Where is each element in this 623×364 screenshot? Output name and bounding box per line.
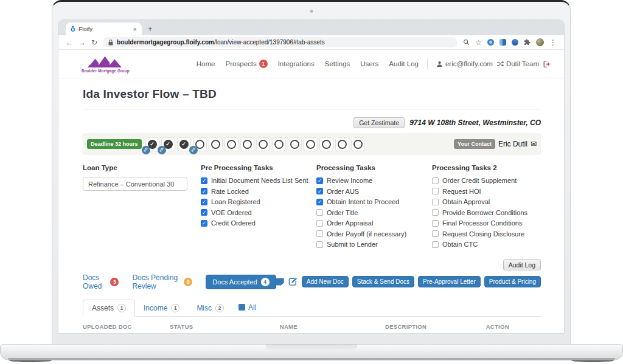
milestone-step-5[interactable] (209, 137, 223, 151)
reload-icon[interactable]: ↻ (91, 39, 97, 46)
company-logo[interactable]: Boulder Mortgage Group (82, 55, 130, 73)
link-icon[interactable] (189, 146, 198, 154)
new-tab-button[interactable]: + (148, 24, 153, 35)
checkbox-checked-icon[interactable]: ✓ (316, 177, 323, 184)
checkbox-unchecked-icon[interactable] (432, 188, 439, 194)
extension-icon-2[interactable] (499, 39, 506, 46)
logout-icon[interactable] (543, 60, 551, 68)
extensions-puzzle-icon[interactable] (524, 39, 531, 46)
tab-docs-accepted[interactable]: Docs Accepted4 (206, 275, 276, 289)
nav-integrations[interactable]: Integrations (278, 60, 315, 67)
team-switcher[interactable]: Dutil Team (496, 60, 539, 67)
all-filter[interactable]: All (238, 303, 256, 316)
browser-tab[interactable]: ō Floify × (66, 22, 142, 35)
tab-docs-pending-review[interactable]: Docs Pending Review0 (132, 273, 192, 290)
checkbox-checked-icon[interactable]: ✓ (316, 199, 323, 205)
milestone-step-6[interactable] (224, 137, 238, 151)
task-submit-to-lender[interactable]: Submit to Lender (316, 241, 432, 248)
checkbox-unchecked-icon[interactable] (316, 241, 323, 248)
add-new-doc-button[interactable]: Add New Doc (302, 276, 349, 287)
note-icon[interactable] (276, 278, 284, 286)
checkbox-unchecked-icon[interactable] (316, 209, 323, 216)
forward-icon[interactable]: → (78, 39, 86, 46)
task-order-appraisal[interactable]: Order Appraisal (316, 219, 432, 227)
pre-approval-letter-button[interactable]: Pre-Approval Letter (418, 276, 481, 287)
checkbox-unchecked-icon[interactable] (432, 209, 439, 216)
logo-text: Boulder Mortgage Group (82, 69, 130, 73)
browser-menu-icon[interactable]: ⋮ (549, 39, 557, 46)
checkbox-unchecked-icon[interactable] (432, 199, 439, 205)
nav-settings[interactable]: Settings (325, 60, 350, 67)
tab-docs-owed[interactable]: Docs Owed3 (83, 273, 119, 290)
address-bar[interactable]: bouldermortgagegroup.floify.com/loan/vie… (103, 37, 458, 47)
task-order-title[interactable]: Order Title (316, 209, 432, 216)
checkbox-unchecked-icon[interactable] (432, 230, 439, 237)
extension-icon-3[interactable] (512, 39, 518, 46)
task-obtain-intent-to-proceed[interactable]: ✓Obtain Intent to Proceed (316, 198, 432, 205)
milestone-step-13[interactable] (335, 137, 349, 151)
milestone-step-2[interactable]: ✓ (161, 137, 175, 151)
tab-close-icon[interactable]: × (133, 26, 137, 33)
checkbox-checked-icon[interactable]: ✓ (316, 188, 323, 194)
browser-profile-avatar[interactable] (536, 38, 544, 46)
product-pricing-button[interactable]: Product & Pricing (484, 276, 541, 287)
task-loan-registered[interactable]: ✓Loan Registered (201, 198, 316, 205)
extension-icon-1[interactable] (487, 39, 494, 46)
browser-toolbar: ← → ↻ bouldermortgagegroup.floify.com/lo… (58, 35, 564, 50)
task-request-hoi[interactable]: Request HOI (432, 188, 527, 195)
docs-tabs: Docs Owed3Docs Pending Review0Docs Accep… (83, 273, 276, 290)
task-request-closing-disclosure[interactable]: Request Closing Disclosure (432, 230, 527, 238)
back-icon[interactable]: ← (66, 39, 73, 46)
checkbox-unchecked-icon[interactable] (432, 220, 439, 227)
loan-page: Ida Investor Flow – TBD Get Zestimate 97… (58, 88, 564, 332)
stack-send-docs-button[interactable]: Stack & Send Docs (352, 276, 414, 287)
nav-audit-log[interactable]: Audit Log (389, 60, 419, 67)
nav-users[interactable]: Users (360, 60, 378, 67)
nav-prospects[interactable]: Prospects1 (226, 60, 268, 68)
milestone-step-7[interactable] (240, 137, 254, 151)
checkbox-checked-icon[interactable]: ✓ (201, 188, 207, 194)
tab-assets[interactable]: Assets1 (83, 300, 135, 317)
task-rate-locked[interactable]: ✓Rate Locked (201, 188, 316, 195)
task-credit-ordered[interactable]: ✓Credit Ordered (201, 219, 316, 227)
checkbox-unchecked-icon[interactable] (316, 230, 323, 237)
tab-misc[interactable]: Misc2 (188, 300, 232, 316)
checkbox-unchecked-icon[interactable] (432, 241, 439, 248)
nav-home[interactable]: Home (197, 60, 215, 67)
milestone-step-4[interactable] (193, 137, 207, 151)
task-provide-borrower-conditions[interactable]: Provide Borrower Conditions (432, 209, 527, 216)
edit-icon[interactable] (288, 277, 298, 286)
checkbox-unchecked-icon[interactable] (432, 177, 439, 184)
task-order-payoff-if-necessary[interactable]: Order Payoff (if necessary) (316, 230, 432, 238)
task-order-credit-supplement[interactable]: Order Credit Supplement (432, 177, 527, 184)
milestone-step-14[interactable] (351, 137, 365, 151)
bookmark-star-icon[interactable]: ☆ (475, 39, 482, 46)
envelope-icon[interactable]: ✉ (531, 140, 537, 148)
checkbox-checked-icon[interactable]: ✓ (201, 177, 207, 184)
checkbox-checked-icon[interactable]: ✓ (201, 220, 207, 227)
milestone-step-10[interactable] (288, 137, 302, 151)
user-account[interactable]: eric@floify.com (436, 60, 493, 67)
milestone-step-11[interactable] (304, 137, 318, 151)
task-voe-ordered[interactable]: ✓VOE Ordered (201, 209, 316, 216)
milestone-step-12[interactable] (319, 137, 333, 151)
task-initial-document-needs-list-sent[interactable]: ✓Initial Document Needs List Sent (201, 177, 316, 184)
task-obtain-ctc[interactable]: Obtain CTC (432, 241, 527, 248)
tab-income[interactable]: Income1 (135, 300, 188, 316)
get-zestimate-button[interactable]: Get Zestimate (353, 117, 405, 128)
link-icon[interactable] (158, 146, 166, 154)
milestone-step-8[interactable] (256, 137, 270, 151)
zoom-icon[interactable] (463, 39, 470, 46)
milestone-step-9[interactable] (272, 137, 286, 151)
task-final-processor-conditions[interactable]: Final Processor Conditions (432, 219, 527, 227)
checkbox-checked-icon[interactable]: ✓ (201, 199, 207, 205)
task-review-income[interactable]: ✓Review Income (316, 177, 432, 184)
all-checkbox[interactable] (238, 304, 245, 311)
task-obtain-approval[interactable]: Obtain Approval (432, 198, 527, 205)
checkbox-unchecked-icon[interactable] (316, 220, 323, 227)
task-order-aus[interactable]: ✓Order AUS (316, 188, 432, 195)
audit-log-button[interactable]: Audit Log (503, 259, 541, 270)
checkbox-checked-icon[interactable]: ✓ (201, 209, 207, 216)
loan-type-select[interactable]: Refinance – Conventional 30 (83, 177, 187, 191)
link-icon[interactable] (142, 146, 150, 154)
